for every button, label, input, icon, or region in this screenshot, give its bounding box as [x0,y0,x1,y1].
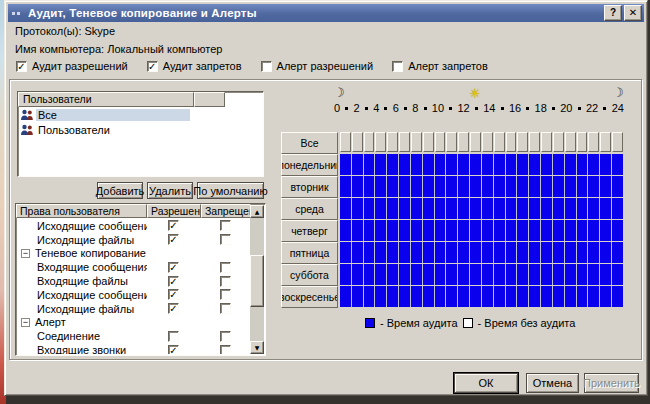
schedule-cell[interactable] [375,198,386,219]
schedule-cell[interactable] [446,154,457,175]
schedule-cell[interactable] [517,220,528,241]
hour-column-button[interactable] [375,132,386,152]
schedule-cell[interactable] [340,220,351,241]
hour-column-button[interactable] [482,132,493,152]
schedule-cell[interactable] [482,286,493,307]
schedule-cell[interactable] [470,154,481,175]
scroll-up-icon[interactable]: ▲ [250,205,264,218]
schedule-cell[interactable] [494,286,505,307]
schedule-cell[interactable] [435,198,446,219]
schedule-cell[interactable] [458,198,469,219]
day-button[interactable]: понедельник [281,154,338,176]
denied-checkbox[interactable] [220,345,231,354]
schedule-cell[interactable] [600,220,611,241]
schedule-cell[interactable] [588,264,599,285]
schedule-cell[interactable] [541,154,552,175]
schedule-cell[interactable] [482,198,493,219]
allowed-checkbox[interactable]: ✓ [168,262,179,273]
user-list-item[interactable]: Пользователи [18,123,263,137]
hour-column-button[interactable] [541,132,552,152]
schedule-cell[interactable] [577,176,588,197]
schedule-cell[interactable] [494,220,505,241]
hour-column-button[interactable] [553,132,564,152]
hour-column-button[interactable] [612,132,623,152]
schedule-cell[interactable] [541,220,552,241]
schedule-cell[interactable] [494,242,505,263]
rights-column-header[interactable]: Разрешено [147,204,201,218]
schedule-cell[interactable] [565,176,576,197]
schedule-cell[interactable] [352,220,363,241]
schedule-cell[interactable] [517,176,528,197]
schedule-cell[interactable] [529,286,540,307]
schedule-cell[interactable] [411,176,422,197]
schedule-cell[interactable] [435,220,446,241]
schedule-cell[interactable] [529,242,540,263]
hour-column-button[interactable] [340,132,351,152]
schedule-cell[interactable] [553,264,564,285]
title-bar[interactable]: Аудит, Теневое копирование и Алерты ? ✕ [8,4,644,22]
allowed-checkbox[interactable]: ✓ [168,234,179,245]
schedule-cell[interactable] [577,264,588,285]
schedule-cell[interactable] [517,154,528,175]
schedule-cell[interactable] [435,176,446,197]
schedule-cell[interactable] [423,176,434,197]
schedule-cell[interactable] [600,242,611,263]
add-button[interactable]: Добавить [97,182,143,199]
schedule-cell[interactable] [446,242,457,263]
denied-checkbox[interactable] [220,289,231,300]
schedule-cell[interactable] [375,286,386,307]
scrollbar-thumb[interactable] [250,255,264,307]
schedule-cell[interactable] [565,198,576,219]
allowed-checkbox[interactable]: ✓ [168,303,179,314]
schedule-cell[interactable] [553,242,564,263]
schedule-cell[interactable] [399,242,410,263]
schedule-cell[interactable] [411,242,422,263]
schedule-cell[interactable] [340,198,351,219]
day-button[interactable]: воскресенье [281,286,338,308]
rights-group-label[interactable]: −Теневое копирование [17,247,147,259]
allowed-checkbox[interactable]: ✓ [168,220,179,231]
schedule-cell[interactable] [375,176,386,197]
schedule-cell[interactable] [458,242,469,263]
schedule-cell[interactable] [565,220,576,241]
hour-column-button[interactable] [600,132,611,152]
schedule-cell[interactable] [399,264,410,285]
schedule-cell[interactable] [612,242,623,263]
hour-column-button[interactable] [364,132,375,152]
schedule-cell[interactable] [364,154,375,175]
defaults-button[interactable]: По умолчанию [197,182,264,199]
schedule-cell[interactable] [423,198,434,219]
schedule-cell[interactable] [470,264,481,285]
denied-checkbox[interactable] [220,234,231,245]
schedule-cell[interactable] [399,198,410,219]
schedule-cell[interactable] [553,286,564,307]
denied-checkbox[interactable] [220,262,231,273]
schedule-cell[interactable] [375,220,386,241]
schedule-cell[interactable] [458,264,469,285]
schedule-cell[interactable] [352,176,363,197]
schedule-cell[interactable] [506,264,517,285]
schedule-cell[interactable] [458,220,469,241]
schedule-cell[interactable] [340,242,351,263]
schedule-cell[interactable] [600,154,611,175]
schedule-cell[interactable] [482,176,493,197]
schedule-cell[interactable] [364,242,375,263]
day-button[interactable]: четверг [281,220,338,242]
hour-column-button[interactable] [506,132,517,152]
schedule-cell[interactable] [352,198,363,219]
hour-column-button[interactable] [565,132,576,152]
schedule-cell[interactable] [387,198,398,219]
schedule-cell[interactable] [411,154,422,175]
schedule-cell[interactable] [612,198,623,219]
allowed-checkbox[interactable]: ✓ [168,276,179,287]
schedule-cell[interactable] [435,154,446,175]
all-days-button[interactable]: Все [281,132,338,154]
schedule-cell[interactable] [446,264,457,285]
hour-column-button[interactable] [470,132,481,152]
hour-column-button[interactable] [588,132,599,152]
schedule-cell[interactable] [565,286,576,307]
schedule-cell[interactable] [399,286,410,307]
schedule-cell[interactable] [517,198,528,219]
schedule-cell[interactable] [600,286,611,307]
schedule-cell[interactable] [577,220,588,241]
